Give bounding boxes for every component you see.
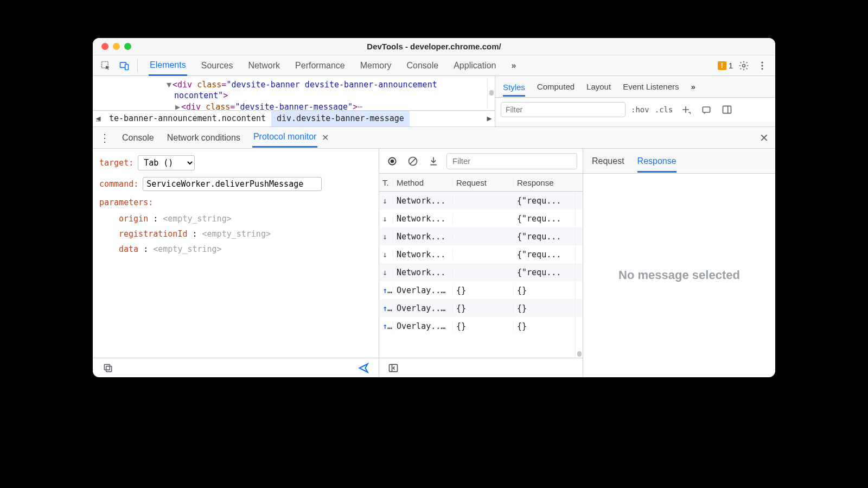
parameter-row[interactable]: registrationId : <empty_string>: [119, 229, 372, 239]
cls-toggle[interactable]: .cls: [655, 105, 673, 114]
breadcrumb-item[interactable]: te-banner-announcement.nocontent: [104, 111, 271, 126]
svg-rect-7: [703, 107, 710, 112]
param-value: <empty_string>: [163, 214, 231, 224]
close-window-button[interactable]: [101, 43, 108, 50]
cell-method: Network...: [393, 214, 453, 224]
tab-computed[interactable]: Computed: [537, 82, 575, 91]
table-row[interactable]: ↓Network...{"requ...: [379, 227, 583, 245]
inspect-element-icon[interactable]: [98, 58, 113, 73]
device-toolbar-icon[interactable]: [117, 58, 132, 73]
new-style-rule-icon[interactable]: [678, 102, 693, 117]
copy-icon[interactable]: [100, 360, 116, 376]
computed-styles-icon[interactable]: [699, 102, 714, 117]
settings-gear-icon[interactable]: [736, 58, 751, 73]
send-command-icon[interactable]: [356, 360, 371, 376]
breadcrumb-next-icon[interactable]: ▶: [484, 113, 495, 124]
tab-network[interactable]: Network: [247, 56, 281, 75]
record-icon[interactable]: [385, 154, 400, 169]
target-select[interactable]: Tab (): [138, 155, 195, 170]
parameters-label: parameters:: [99, 198, 153, 207]
drawer-tab-network-conditions[interactable]: Network conditions: [166, 129, 241, 147]
zoom-window-button[interactable]: [124, 43, 131, 50]
col-request[interactable]: Request: [453, 178, 514, 187]
svg-line-15: [410, 159, 416, 164]
tab-elements[interactable]: Elements: [149, 56, 187, 76]
log-filter-input[interactable]: [446, 153, 577, 169]
styles-filter-input[interactable]: [501, 102, 626, 117]
issues-badge[interactable]: ! 1: [718, 61, 733, 70]
svg-rect-2: [125, 64, 129, 69]
parameter-row[interactable]: data : <empty_string>: [119, 244, 372, 254]
cell-response: {}: [514, 321, 575, 331]
col-method[interactable]: Method: [393, 178, 453, 187]
tab-sources[interactable]: Sources: [200, 56, 234, 75]
cell-method: Network...: [393, 268, 453, 277]
kebab-menu-icon[interactable]: [755, 58, 770, 73]
drawer-tab-protocol-monitor[interactable]: Protocol monitor: [252, 128, 318, 148]
clear-icon[interactable]: [405, 154, 420, 169]
param-key: data: [119, 244, 138, 254]
svg-point-13: [391, 159, 394, 163]
tab-performance[interactable]: Performance: [294, 56, 346, 75]
tab-application[interactable]: Application: [452, 56, 497, 75]
parameter-row[interactable]: origin : <empty_string>: [119, 214, 372, 224]
elements-tree[interactable]: ▼<div class="devsite-banner devsite-bann…: [93, 76, 495, 126]
table-row[interactable]: ↓Network...{"requ...: [379, 263, 583, 281]
toggle-sidebar-icon[interactable]: [719, 102, 735, 117]
cell-method: Overlay....: [393, 321, 453, 331]
drawer-tab-console[interactable]: Console: [121, 129, 155, 147]
direction-icon: ↑↓: [379, 321, 393, 331]
svg-rect-10: [106, 366, 112, 371]
log-scrollbar[interactable]: [575, 192, 583, 358]
breadcrumb-item-selected[interactable]: div.devsite-banner-message: [271, 111, 410, 126]
elements-scrollbar[interactable]: [487, 78, 495, 109]
protocol-command-editor: target: Tab () command: parameters: orig…: [93, 149, 379, 377]
svg-point-3: [743, 64, 745, 67]
more-tabs-icon[interactable]: »: [691, 82, 695, 91]
message-detail-panel: Request Response No message selected: [583, 149, 775, 377]
col-response[interactable]: Response: [514, 178, 575, 187]
col-type[interactable]: T.: [379, 178, 393, 187]
table-row[interactable]: ↑↓Overlay....{}{}: [379, 281, 583, 299]
cell-method: Overlay....: [393, 286, 453, 295]
close-drawer-icon[interactable]: ✕: [760, 131, 769, 144]
cell-response: {}: [514, 286, 575, 295]
log-table-header: T. Method Request Response: [379, 174, 583, 192]
svg-point-5: [761, 65, 763, 66]
table-row[interactable]: ↑↓Overlay....{}{}: [379, 317, 583, 335]
overflow-ellipsis: …: [96, 114, 100, 124]
svg-rect-11: [104, 364, 110, 370]
download-icon[interactable]: [426, 154, 441, 169]
tab-styles[interactable]: Styles: [503, 83, 525, 97]
hov-toggle[interactable]: :hov: [631, 105, 649, 114]
detail-tab-response[interactable]: Response: [637, 156, 676, 173]
direction-icon: ↓: [379, 250, 393, 259]
tab-layout[interactable]: Layout: [586, 82, 611, 91]
cell-response: {"requ...: [514, 250, 575, 259]
direction-icon: ↑↓: [379, 303, 393, 313]
detail-tab-request[interactable]: Request: [592, 156, 624, 166]
tab-event-listeners[interactable]: Event Listeners: [623, 82, 679, 91]
minimize-window-button[interactable]: [113, 43, 120, 50]
warning-icon: !: [718, 61, 726, 70]
table-row[interactable]: ↓Network...{"requ...: [379, 245, 583, 263]
more-tabs-icon[interactable]: »: [510, 56, 517, 75]
param-value: <empty_string>: [202, 229, 271, 239]
close-tab-icon[interactable]: ✕: [322, 132, 329, 143]
tab-memory[interactable]: Memory: [359, 56, 393, 75]
command-input[interactable]: [143, 177, 322, 191]
cell-response: {"requ...: [514, 214, 575, 224]
param-value: <empty_string>: [153, 244, 221, 254]
direction-icon: ↑↓: [379, 286, 393, 295]
table-row[interactable]: ↓Network...{"requ...: [379, 192, 583, 210]
svg-rect-8: [723, 106, 731, 113]
toggle-left-panel-icon[interactable]: [386, 360, 401, 376]
table-row[interactable]: ↓Network...{"requ...: [379, 210, 583, 227]
dom-tag: <div: [173, 80, 197, 90]
drawer-menu-icon[interactable]: ⋮: [99, 131, 110, 144]
window-titlebar: DevTools - developer.chrome.com/: [93, 38, 775, 55]
table-row[interactable]: ↑↓Overlay....{}{}: [379, 299, 583, 317]
command-label: command:: [99, 179, 138, 189]
cell-response: {}: [514, 303, 575, 313]
tab-console[interactable]: Console: [405, 56, 439, 75]
